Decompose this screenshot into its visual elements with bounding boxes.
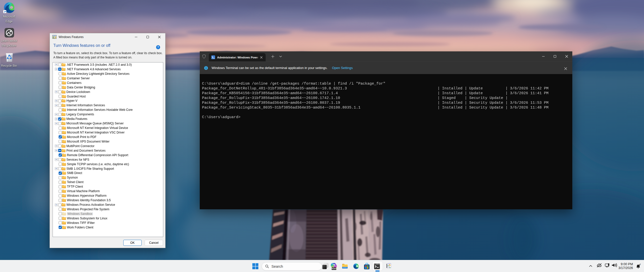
svg-text:?: ? xyxy=(157,46,159,49)
svg-text:M365: M365 xyxy=(332,267,337,270)
svg-text:z: z xyxy=(640,263,641,265)
